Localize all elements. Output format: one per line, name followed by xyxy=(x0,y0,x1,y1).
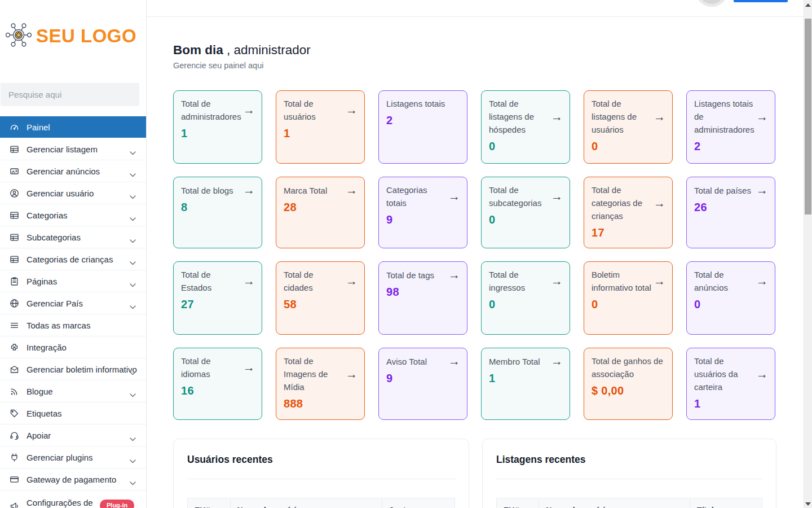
card-title: Total de tags xyxy=(386,269,447,282)
logo[interactable]: SEU LOGO xyxy=(5,20,136,52)
card-header: Total de categorias de crianças→ xyxy=(592,183,665,222)
card-title: Marca Total xyxy=(284,184,345,197)
arrow-right-icon[interactable]: → xyxy=(654,274,665,288)
arrow-right-icon[interactable]: → xyxy=(346,103,358,117)
arrow-right-icon[interactable]: → xyxy=(448,268,460,282)
arrow-right-icon[interactable]: → xyxy=(551,190,563,203)
sidebar-item-gerenciar-listagem[interactable]: Gerenciar listagem xyxy=(0,138,146,160)
sidebar-item-gerenciar-plugins[interactable]: Gerenciar plugins xyxy=(0,446,146,468)
sidebar-item-subcategorias[interactable]: Subcategorias xyxy=(0,226,146,248)
sidebar-item-painel[interactable]: Painel xyxy=(0,116,146,138)
card-value: 1 xyxy=(694,397,768,410)
arrow-right-icon[interactable]: → xyxy=(346,274,358,288)
stat-card-boletim-informativo-total[interactable]: Boletim informativo total→0 xyxy=(584,261,673,335)
stat-card-categorias-totais[interactable]: Categorias totais→9 xyxy=(378,177,467,248)
arrow-right-icon[interactable]: → xyxy=(448,354,460,368)
stat-card-total-de-cidades[interactable]: Total de cidades→58 xyxy=(276,261,365,335)
arrow-right-icon[interactable]: → xyxy=(243,183,255,197)
arrow-right-icon[interactable]: → xyxy=(654,110,665,124)
arrow-right-icon[interactable]: → xyxy=(346,367,358,381)
stat-card-total-de-administradores[interactable]: Total de administradores→1 xyxy=(173,90,262,164)
sidebar-item-blogue[interactable]: Blogue xyxy=(0,380,146,402)
search-input[interactable] xyxy=(1,83,139,106)
table-column-nome-de-usuario: Nome de usuário xyxy=(230,498,382,508)
card-header: Listagens totais xyxy=(386,97,460,110)
sidebar-item-etiquetas[interactable]: Etiquetas xyxy=(0,402,146,424)
table-header-row: EU#Nome de usuárioJuntou-se xyxy=(188,498,455,508)
arrow-right-icon[interactable]: → xyxy=(756,274,768,288)
card-header: Total de listagens de hóspedes→ xyxy=(489,97,563,136)
card-title: Total de anúncios xyxy=(694,268,755,294)
card-value: 98 xyxy=(386,286,460,299)
arrow-right-icon[interactable]: → xyxy=(756,110,768,124)
arrow-right-icon[interactable]: → xyxy=(243,274,255,288)
sidebar-item-gateway-de-pagamento[interactable]: Gateway de pagamento xyxy=(0,468,146,491)
stat-card-total-de-tags[interactable]: Total de tags→98 xyxy=(378,261,467,335)
card-value: 9 xyxy=(386,213,460,226)
table-icon xyxy=(10,233,19,242)
arrow-right-icon[interactable]: → xyxy=(243,361,255,374)
card-header: Total de usuários→ xyxy=(284,97,358,123)
stat-card-total-de-paises[interactable]: Total de países→26 xyxy=(686,177,775,248)
stat-card-total-de-listagens-de-usuarios[interactable]: Total de listagens de usuários→0 xyxy=(584,90,673,164)
chevron-down-icon xyxy=(130,279,136,290)
tag-icon xyxy=(10,409,19,418)
card-header: Aviso Total→ xyxy=(386,354,460,368)
sidebar-item-gerenciar-anuncios[interactable]: Gerenciar anúncios xyxy=(0,160,146,182)
globe-icon xyxy=(10,299,19,308)
sidebar-item-gerenciar-usuario[interactable]: Gerenciar usuário xyxy=(0,182,146,204)
stat-card-total-de-categorias-de-criancas[interactable]: Total de categorias de crianças→17 xyxy=(584,177,673,248)
stat-card-total-de-usuarios-da-carteira[interactable]: Total de usuários da carteira→1 xyxy=(686,348,775,420)
stat-card-total-de-anuncios[interactable]: Total de anúncios→0 xyxy=(686,261,775,335)
sidebar-menu: PainelGerenciar listagemGerenciar anúnci… xyxy=(0,116,146,508)
recent-users-table: EU#Nome de usuárioJuntou-se xyxy=(187,498,455,508)
card-value: 1 xyxy=(489,372,563,385)
sidebar-item-configuracoes-de[interactable]: Configurações dePlug-in xyxy=(0,491,146,508)
stat-card-total-de-ingressos[interactable]: Total de ingressos→0 xyxy=(481,261,570,335)
recent-listings-table: EU#Nome de usuárioTítulo xyxy=(496,498,762,508)
scroll-up-arrow-icon[interactable] xyxy=(805,3,811,7)
arrow-right-icon[interactable]: → xyxy=(243,103,255,117)
stat-card-total-de-subcategorias[interactable]: Total de subcategorias→0 xyxy=(481,177,570,248)
card-value: 58 xyxy=(284,298,358,311)
sidebar-item-gerenciar-boletim-informativo[interactable]: Gerenciar boletim informativo xyxy=(0,358,146,380)
stat-card-total-de-blogs[interactable]: Total de blogs→8 xyxy=(173,177,262,248)
stat-card-total-de-ganhos-de-associacao[interactable]: Total de ganhos de associação$ 0,00 xyxy=(584,348,673,420)
arrow-right-icon[interactable]: → xyxy=(756,367,768,381)
stat-card-total-de-listagens-de-hospedes[interactable]: Total de listagens de hóspedes→0 xyxy=(481,90,570,164)
sidebar-item-apoiar[interactable]: Apoiar xyxy=(0,424,146,446)
scrollbar[interactable] xyxy=(804,0,812,508)
chevron-down-icon xyxy=(130,257,136,268)
greeting-rest: , administrador xyxy=(223,43,311,57)
sidebar-item-categorias-de-criancas[interactable]: Categorias de crianças xyxy=(0,248,146,270)
arrow-right-icon[interactable]: → xyxy=(551,274,563,288)
sidebar-item-todas-as-marcas[interactable]: Todas as marcas xyxy=(0,314,146,336)
sidebar-item-label: Subcategorias xyxy=(27,233,81,242)
stat-card-total-de-imagens-de-midia[interactable]: Total de Imagens de Mídia→888 xyxy=(276,348,365,420)
sidebar-item-categorias[interactable]: Categorias xyxy=(0,204,146,226)
stat-card-total-de-idiomas[interactable]: Total de idiomas→16 xyxy=(173,348,262,420)
arrow-right-icon[interactable]: → xyxy=(551,110,563,124)
topbar-blue-button[interactable] xyxy=(734,0,788,2)
stat-card-marca-total[interactable]: Marca Total→28 xyxy=(276,177,365,248)
stat-card-membro-total[interactable]: Membro Total→1 xyxy=(481,348,570,420)
arrow-right-icon[interactable]: → xyxy=(448,190,460,203)
card-header: Total de subcategorias→ xyxy=(489,183,563,209)
stat-card-listagens-totais[interactable]: Listagens totais2 xyxy=(378,90,467,164)
scroll-down-arrow-icon[interactable] xyxy=(805,502,811,506)
arrow-right-icon[interactable]: → xyxy=(551,354,563,368)
sidebar-item-paginas[interactable]: Páginas xyxy=(0,270,146,292)
stat-card-total-de-estados[interactable]: Total de Estados→27 xyxy=(173,261,262,335)
sidebar-item-gerenciar-pais[interactable]: Gerenciar País xyxy=(0,292,146,314)
card-value: 0 xyxy=(592,298,665,311)
scrollbar-thumb[interactable] xyxy=(805,19,811,214)
sidebar-search xyxy=(1,83,139,106)
sidebar-item-integracao[interactable]: Integração xyxy=(0,336,146,358)
stat-card-listagens-totais-de-administradores[interactable]: Listagens totais de administradores→2 xyxy=(686,90,775,164)
stat-card-total-de-usuarios[interactable]: Total de usuários→1 xyxy=(276,90,365,164)
arrow-right-icon[interactable]: → xyxy=(346,183,358,197)
arrow-right-icon[interactable]: → xyxy=(756,183,768,197)
pages-icon xyxy=(10,277,19,286)
arrow-right-icon[interactable]: → xyxy=(654,196,665,210)
stat-card-aviso-total[interactable]: Aviso Total→9 xyxy=(378,348,467,420)
